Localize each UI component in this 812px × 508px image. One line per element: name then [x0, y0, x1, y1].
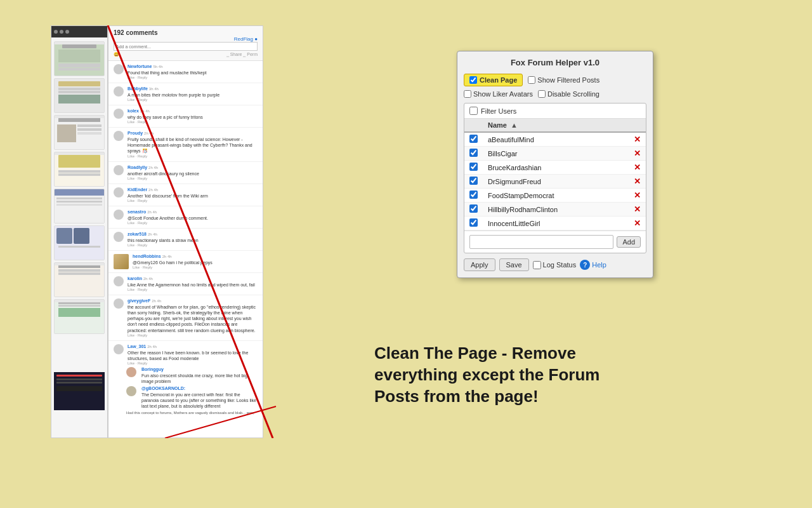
filter-table: Name ▲ aBeautifulMind ✕ BillsCigar ✕ Bru… — [464, 119, 646, 231]
user-checkbox[interactable] — [469, 135, 478, 143]
filter-section: Filter Users Name ▲ aBeautifulMind ✕ Bi — [464, 103, 646, 253]
users-table-body: aBeautifulMind ✕ BillsCigar ✕ BruceKarda… — [464, 132, 646, 231]
browser-main: 192 comments RedFlag ● 😀 ⎯ Share ⎯ Perm … — [108, 25, 263, 438]
delete-user-icon[interactable]: ✕ — [634, 177, 641, 186]
save-button[interactable]: Save — [499, 258, 529, 271]
clean-page-button[interactable]: Clean Page — [464, 74, 523, 86]
user-checkbox[interactable] — [469, 177, 478, 185]
help-button[interactable]: ? Help — [580, 260, 606, 270]
add-user-row: Add — [464, 231, 646, 253]
table-row: BruceKardashian ✕ — [464, 161, 646, 175]
table-row: aBeautifulMind ✕ — [464, 132, 646, 147]
sidebar-thumb-bottom — [53, 372, 105, 410]
help-icon: ? — [580, 260, 590, 270]
filter-users-master-checkbox[interactable] — [469, 107, 478, 115]
apply-button[interactable]: Apply — [464, 258, 495, 271]
dialog-title: Fox Forum Helper v1.0 — [464, 58, 646, 67]
sort-arrow-icon[interactable]: ▲ — [511, 121, 518, 129]
delete-user-icon[interactable]: ✕ — [634, 135, 641, 144]
show-liker-avatars-checkbox[interactable] — [464, 90, 471, 98]
table-row: FoodStampDemocrat ✕ — [464, 189, 646, 203]
name-col-header: Name ▲ — [483, 119, 629, 132]
ffh-dialog: Fox Forum Helper v1.0 Clean Page Show Fi… — [457, 51, 653, 278]
add-user-button[interactable]: Add — [617, 236, 641, 248]
user-checkbox[interactable] — [469, 190, 478, 199]
sidebar-thumb-8 — [54, 299, 105, 334]
browser-screenshot: 192 comments RedFlag ● 😀 ⎯ Share ⎯ Perm … — [51, 25, 330, 438]
sidebar-thumb-4 — [54, 152, 105, 187]
forum-posts: Newfortune 5h 4h Found that thing and mu… — [108, 61, 263, 417]
user-name: BillsCigar — [483, 147, 629, 161]
delete-user-icon[interactable]: ✕ — [634, 190, 641, 200]
options-row-1: Clean Page Show Filtered Posts — [464, 74, 646, 86]
disable-scrolling-group[interactable]: Disable Scrolling — [538, 90, 599, 98]
show-filtered-posts-checkbox[interactable] — [528, 76, 535, 84]
delete-user-icon[interactable]: ✕ — [634, 163, 641, 172]
user-name: aBeautifulMind — [483, 132, 629, 147]
table-row: InnocentLittleGirl ✕ — [464, 217, 646, 231]
log-status-group[interactable]: Log Status — [533, 261, 577, 269]
delete-user-icon[interactable]: ✕ — [634, 204, 641, 214]
sidebar-thumb-5 — [54, 189, 105, 224]
user-name: FoodStampDemocrat — [483, 189, 629, 203]
comment-count: 192 comments — [114, 29, 258, 36]
filter-header: Filter Users — [464, 104, 646, 119]
delete-user-icon[interactable]: ✕ — [634, 218, 641, 228]
sidebar-thumb-2 — [54, 78, 105, 113]
user-checkbox[interactable] — [469, 149, 478, 157]
add-user-input[interactable] — [469, 235, 613, 249]
user-name: InnocentLittleGirl — [483, 217, 629, 231]
del-col-header — [629, 119, 646, 132]
user-checkbox[interactable] — [469, 218, 478, 227]
comment-input[interactable] — [114, 42, 258, 51]
clean-page-checkbox[interactable] — [469, 76, 477, 84]
user-checkbox[interactable] — [469, 204, 478, 213]
options-row-2: Show Liker Avatars Disable Scrolling — [464, 90, 646, 98]
show-liker-avatars-group[interactable]: Show Liker Avatars — [464, 90, 533, 98]
user-name: DrSigmundFreud — [483, 175, 629, 189]
show-filtered-posts-group[interactable]: Show Filtered Posts — [528, 76, 599, 84]
dialog-bottom: Apply Save Log Status ? Help — [464, 258, 646, 271]
check-col-header — [464, 119, 483, 132]
log-status-checkbox[interactable] — [533, 261, 541, 269]
sidebar-thumb-3 — [54, 115, 105, 150]
description-text: Clean The Page - Remove everything excep… — [374, 343, 742, 407]
sidebar-thumb-6 — [54, 225, 105, 260]
user-name: BruceKardashian — [483, 161, 629, 175]
sidebar-thumb-7 — [54, 262, 105, 297]
sidebar-thumb-1 — [54, 41, 105, 76]
disable-scrolling-checkbox[interactable] — [538, 90, 546, 98]
table-row: DrSigmundFreud ✕ — [464, 175, 646, 189]
table-row: BillsCigar ✕ — [464, 147, 646, 161]
browser-sidebar — [51, 25, 108, 438]
user-name: HillbillyRodhamClinton — [483, 203, 629, 217]
delete-user-icon[interactable]: ✕ — [634, 149, 641, 158]
user-checkbox[interactable] — [469, 163, 478, 171]
table-row: HillbillyRodhamClinton ✕ — [464, 203, 646, 217]
